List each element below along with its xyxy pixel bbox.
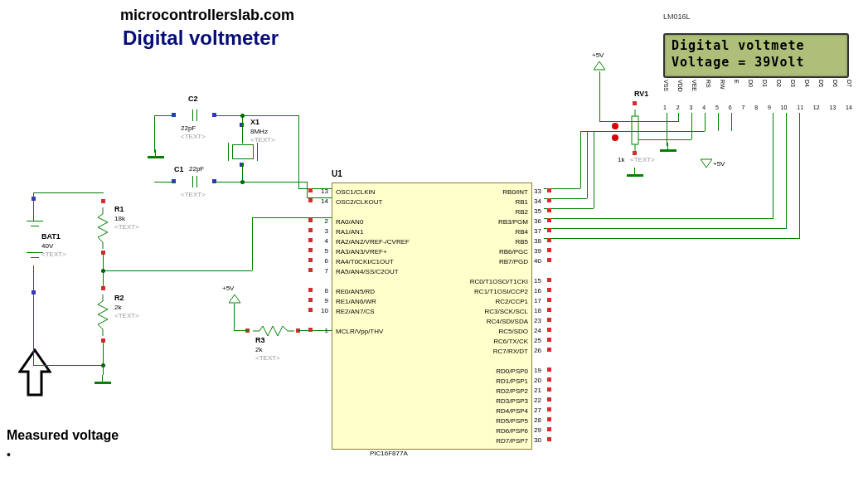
arrow-up-icon xyxy=(18,348,51,398)
lcd-pin: RW xyxy=(720,80,725,100)
terminal-icon xyxy=(308,198,313,202)
ic-pin-label: RA1/AN1 xyxy=(336,228,363,236)
wire xyxy=(544,218,773,219)
ic-pin-label: RA3/AN3/VREF+ xyxy=(336,248,387,256)
wire xyxy=(599,71,600,121)
terminal-icon xyxy=(547,367,551,372)
ic-pin-label: RB5 xyxy=(515,238,528,246)
lcd-pin: D6 xyxy=(832,80,838,100)
ground-icon xyxy=(148,149,164,161)
r2-ref: R2 xyxy=(114,294,124,302)
bat1-val: 40V xyxy=(41,242,53,250)
ic-pin-label: RB6/PGC xyxy=(499,248,528,256)
ic-pin-num: 5 xyxy=(313,247,328,255)
ic-pin-label: RD3/PSP3 xyxy=(496,397,528,405)
ic-pin-num: 3 xyxy=(313,227,328,235)
ic-model: PIC16F877A xyxy=(370,450,408,457)
pot-knob-icon xyxy=(612,123,618,129)
lcd-pin-num: 2 xyxy=(676,105,680,110)
ic-pin-label: MCLR/Vpp/THV xyxy=(336,328,383,335)
junction-icon xyxy=(240,180,245,184)
lcd-pin-num: 9 xyxy=(768,105,771,110)
lcd-pin-num: 11 xyxy=(797,105,803,110)
terminal-icon xyxy=(547,328,551,332)
ic-pin-label: RC1/T1OSI/CCP2 xyxy=(474,288,528,295)
r2-txt: <TEXT> xyxy=(114,312,139,319)
terminal-icon xyxy=(308,308,313,312)
terminal-icon xyxy=(547,308,551,312)
wire xyxy=(33,265,34,365)
wire xyxy=(214,182,242,183)
terminal-icon xyxy=(547,377,551,382)
lcd-pin-numbers: 1234567891011121314 xyxy=(663,105,852,110)
x1-txt: <TEXT> xyxy=(250,136,275,144)
terminal-icon xyxy=(308,328,313,332)
c1-ref: C1 xyxy=(174,165,184,173)
power-icon xyxy=(701,156,712,168)
lcd-model-label: LM016L xyxy=(663,12,691,21)
resistor-icon xyxy=(253,326,294,336)
terminal-icon xyxy=(547,198,551,202)
lcd-pin: D7 xyxy=(846,80,852,100)
terminal-icon xyxy=(308,288,313,292)
lcd-pin-num: 3 xyxy=(689,105,692,110)
plus5v-label: +5V xyxy=(713,160,725,168)
ic-pin-label: RD0/PSP0 xyxy=(496,367,528,375)
wire xyxy=(154,115,155,153)
ic-ref: U1 xyxy=(332,169,342,178)
wire xyxy=(587,131,588,198)
plus5v-label: +5V xyxy=(592,51,604,59)
wire xyxy=(786,113,787,229)
wire xyxy=(33,365,104,366)
ic-pin-label: RE1/AN6/WR xyxy=(336,298,376,305)
bat1-ref: BAT1 xyxy=(41,232,61,241)
wire xyxy=(298,115,299,188)
lcd-pin: VEE xyxy=(691,80,697,100)
wire xyxy=(242,115,298,116)
ic-pin-label: OSC1/CLKIN xyxy=(336,188,376,196)
ic-pin-label: RD2/PSP2 xyxy=(496,387,528,395)
wire xyxy=(580,131,705,132)
ic-pin-label: RB3/PGM xyxy=(498,218,528,226)
ic-pin-label: RD4/PSP4 xyxy=(496,407,528,415)
lcd-pin-num: 13 xyxy=(829,105,836,110)
ic-pin-num: 10 xyxy=(313,307,328,314)
lcd-pin: D5 xyxy=(818,80,824,100)
capacitor-icon xyxy=(182,176,207,187)
lcd-pin: D0 xyxy=(748,80,754,100)
terminal-icon xyxy=(308,298,313,302)
terminal-icon xyxy=(547,248,551,252)
lcd-pin: D1 xyxy=(762,80,768,100)
wire xyxy=(544,208,594,209)
wire xyxy=(33,192,104,193)
ic-pin-label: RD7/PSP7 xyxy=(496,437,528,445)
ic-pin-num: 1 xyxy=(313,327,328,334)
wire xyxy=(705,113,706,131)
terminal-icon xyxy=(547,437,551,441)
lcd-pin: VSS xyxy=(663,80,669,100)
lcd-pin-num: 6 xyxy=(729,105,732,110)
ic-pin-num: 9 xyxy=(313,297,328,304)
wire xyxy=(103,340,104,375)
lcd-pin: D4 xyxy=(804,80,810,100)
wire xyxy=(638,139,691,140)
terminal-icon xyxy=(308,228,313,232)
rv1-txt: <TEXT> xyxy=(630,156,655,163)
capacitor-icon xyxy=(182,110,207,121)
ic-pin-label: RC5/SDO xyxy=(498,328,528,335)
c1-val: 22pF xyxy=(189,165,204,173)
ground-icon xyxy=(660,143,676,154)
terminal-icon xyxy=(547,188,551,192)
resistor-icon xyxy=(98,294,108,336)
wire xyxy=(594,131,594,208)
header-title: Digital voltmeter xyxy=(123,27,279,50)
ic-pin-num: 6 xyxy=(313,257,328,265)
wire xyxy=(307,182,308,198)
ic-pin-label: RB4 xyxy=(515,228,528,236)
wire xyxy=(544,228,786,229)
terminal-icon xyxy=(633,101,637,105)
terminal-icon xyxy=(547,258,551,262)
lcd-pin-num: 14 xyxy=(846,105,852,110)
battery-icon xyxy=(27,217,43,234)
terminal-icon xyxy=(547,238,551,242)
